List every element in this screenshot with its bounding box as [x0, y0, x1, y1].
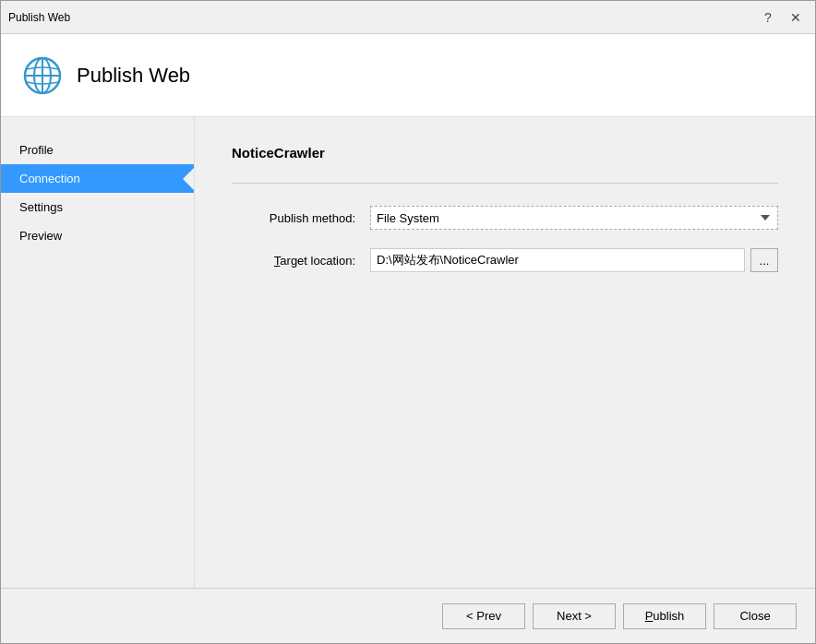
- publish-method-label: Publish method:: [232, 211, 370, 225]
- target-location-row: Target location: ...: [232, 248, 778, 272]
- dialog-title: Publish Web: [77, 64, 190, 88]
- main-content: NoticeCrawler Publish method: File Syste…: [195, 117, 815, 588]
- publish-web-dialog: Publish Web ? ✕ Publish Web Profile: [0, 0, 816, 644]
- next-button[interactable]: Next >: [533, 603, 616, 629]
- browse-button[interactable]: ...: [750, 248, 778, 272]
- sidebar-item-preview[interactable]: Preview: [1, 221, 194, 250]
- target-location-control: ...: [370, 248, 778, 272]
- publish-method-select[interactable]: File System FTP Web Deploy Web Deploy Pa…: [370, 206, 778, 230]
- title-bar-title: Publish Web: [8, 11, 70, 24]
- dialog-content: Profile Connection Settings Preview Noti…: [1, 117, 815, 588]
- title-bar-controls: ? ✕: [756, 8, 808, 27]
- sidebar-item-preview-label: Preview: [19, 229, 62, 243]
- publish-method-control: File System FTP Web Deploy Web Deploy Pa…: [370, 206, 778, 230]
- prev-button[interactable]: < Prev: [442, 603, 525, 629]
- target-location-input[interactable]: [370, 248, 745, 272]
- title-bar: Publish Web ? ✕: [1, 1, 815, 34]
- sidebar-item-profile[interactable]: Profile: [1, 136, 194, 164]
- sidebar-item-connection-label: Connection: [19, 172, 80, 185]
- dialog-footer: < Prev Next > Publish Close: [1, 588, 815, 643]
- sidebar-nav: Profile Connection Settings Preview: [1, 117, 195, 588]
- help-button[interactable]: ?: [756, 8, 780, 27]
- publish-method-row: Publish method: File System FTP Web Depl…: [232, 206, 778, 230]
- sidebar-item-settings-label: Settings: [19, 200, 63, 214]
- target-location-label: Target location:: [232, 254, 370, 268]
- globe-icon: [23, 56, 62, 95]
- sidebar-item-connection[interactable]: Connection: [1, 164, 194, 193]
- close-window-button[interactable]: ✕: [784, 8, 808, 27]
- title-bar-left: Publish Web: [8, 11, 70, 24]
- section-title: NoticeCrawler: [232, 145, 778, 161]
- sidebar-item-settings[interactable]: Settings: [1, 193, 194, 221]
- header-icon-wrap: [23, 56, 62, 95]
- form-divider: [232, 183, 778, 184]
- dialog-header: Publish Web: [1, 34, 815, 117]
- publish-button[interactable]: Publish: [623, 603, 706, 629]
- sidebar-item-profile-label: Profile: [19, 143, 54, 157]
- close-button[interactable]: Close: [714, 603, 797, 629]
